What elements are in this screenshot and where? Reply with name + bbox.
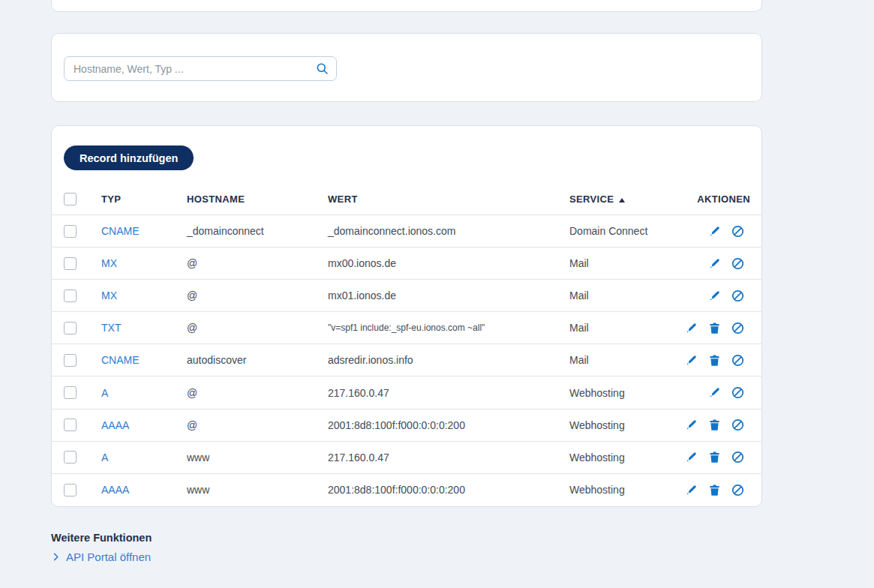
edit-record-button[interactable]	[683, 450, 698, 465]
record-hostname: www	[187, 452, 328, 464]
record-type-link[interactable]: MX	[101, 257, 117, 269]
header-wert[interactable]: WERT	[328, 194, 569, 205]
search-input[interactable]	[64, 56, 337, 81]
record-type-link[interactable]: AAAA	[101, 419, 129, 431]
block-icon-button[interactable]	[730, 256, 745, 271]
trash-icon	[707, 321, 722, 335]
add-record-button[interactable]: Record hinzufügen	[64, 146, 194, 170]
row-checkbox[interactable]	[64, 225, 77, 238]
row-checkbox[interactable]	[64, 386, 77, 399]
block-icon-button[interactable]	[730, 450, 745, 465]
record-value: 217.160.0.47	[328, 387, 569, 399]
record-service: Webhosting	[569, 387, 682, 399]
table-header-row: TYP HOSTNAME WERT SERVICE AKTIONEN	[52, 184, 761, 215]
block-icon	[731, 450, 745, 464]
row-checkbox[interactable]	[64, 290, 77, 302]
search-icon[interactable]	[315, 62, 329, 76]
record-service: Mail	[569, 322, 682, 334]
record-value: adsredir.ionos.info	[328, 354, 569, 366]
record-hostname: _domainconnect	[187, 225, 328, 237]
record-value: mx00.ionos.de	[328, 257, 569, 269]
row-checkbox[interactable]	[64, 484, 77, 496]
record-hostname: @	[187, 290, 328, 302]
table-row: A www 217.160.0.47 Webhosting	[52, 442, 761, 474]
pencil-icon	[684, 353, 698, 368]
record-type-link[interactable]: CNAME	[101, 225, 140, 237]
dns-records-table: TYP HOSTNAME WERT SERVICE AKTIONEN CNAME…	[52, 184, 761, 506]
table-row: TXT @ "v=spf1 include:_spf-eu.ionos.com …	[52, 312, 761, 344]
pencil-icon	[707, 256, 722, 271]
record-hostname: @	[187, 419, 328, 431]
record-hostname: www	[187, 484, 328, 496]
delete-record-button[interactable]	[707, 450, 722, 465]
row-checkbox[interactable]	[64, 451, 77, 464]
pencil-icon	[684, 450, 698, 464]
trash-icon	[707, 450, 722, 464]
delete-record-button[interactable]	[707, 482, 722, 497]
edit-record-button[interactable]	[707, 386, 722, 400]
block-icon	[731, 289, 745, 303]
block-icon	[731, 321, 745, 335]
header-hostname[interactable]: HOSTNAME	[187, 194, 328, 205]
record-service: Domain Connect	[569, 225, 682, 237]
row-checkbox[interactable]	[64, 257, 77, 270]
record-service: Webhosting	[569, 484, 682, 496]
block-icon	[731, 256, 745, 271]
block-icon-button[interactable]	[730, 320, 745, 335]
edit-record-button[interactable]	[683, 320, 698, 335]
record-service: Mail	[569, 257, 682, 269]
chevron-right-icon	[51, 552, 61, 562]
row-checkbox[interactable]	[64, 322, 77, 334]
record-type-link[interactable]: AAAA	[101, 484, 129, 496]
record-type-link[interactable]: A	[101, 387, 108, 399]
delete-record-button[interactable]	[707, 320, 722, 335]
record-hostname: @	[187, 322, 328, 334]
block-icon	[731, 353, 745, 368]
record-type-link[interactable]: A	[101, 452, 108, 464]
trash-icon	[707, 353, 722, 368]
footer-section: Weitere Funktionen API Portal öffnen	[51, 532, 152, 563]
trash-icon	[707, 483, 722, 497]
edit-record-button[interactable]	[683, 482, 698, 497]
trash-icon	[707, 418, 722, 432]
record-type-link[interactable]: CNAME	[101, 354, 140, 366]
row-checkbox[interactable]	[64, 354, 77, 367]
block-icon-button[interactable]	[730, 482, 745, 497]
header-service-label: SERVICE	[569, 194, 614, 205]
dns-records-card: Record hinzufügen TYP HOSTNAME WERT SERV…	[51, 125, 762, 507]
record-service: Webhosting	[569, 419, 682, 431]
header-service[interactable]: SERVICE	[569, 194, 682, 205]
record-type-link[interactable]: TXT	[101, 322, 121, 334]
record-value: _domainconnect.ionos.com	[328, 225, 569, 237]
block-icon-button[interactable]	[730, 418, 745, 433]
block-icon-button[interactable]	[730, 386, 745, 400]
api-portal-link[interactable]: API Portal öffnen	[51, 550, 152, 563]
table-row: AAAA www 2001:8d8:100f:f000:0:0:0:200 We…	[52, 474, 761, 506]
record-value: 217.160.0.47	[328, 452, 569, 464]
table-row: AAAA @ 2001:8d8:100f:f000:0:0:0:200 Webh…	[52, 410, 761, 442]
record-value: mx01.ionos.de	[328, 290, 569, 302]
record-type-link[interactable]: MX	[101, 290, 117, 302]
api-portal-link-label: API Portal öffnen	[66, 550, 151, 563]
table-row: MX @ mx00.ionos.de Mail	[52, 248, 761, 280]
block-icon-button[interactable]	[730, 224, 745, 238]
table-row: CNAME autodiscover adsredir.ionos.info M…	[52, 344, 761, 376]
pencil-icon	[684, 483, 698, 497]
delete-record-button[interactable]	[707, 418, 722, 433]
record-hostname: @	[187, 387, 328, 399]
header-typ[interactable]: TYP	[101, 194, 187, 205]
pencil-icon	[707, 386, 722, 400]
header-aktionen: AKTIONEN	[682, 194, 761, 205]
block-icon-button[interactable]	[730, 352, 745, 368]
edit-record-button[interactable]	[707, 224, 722, 238]
edit-record-button[interactable]	[707, 256, 722, 271]
edit-record-button[interactable]	[707, 288, 722, 303]
delete-record-button[interactable]	[707, 352, 722, 368]
select-all-checkbox[interactable]	[64, 193, 77, 206]
edit-record-button[interactable]	[683, 418, 698, 433]
block-icon-button[interactable]	[730, 288, 745, 303]
row-checkbox[interactable]	[64, 418, 77, 431]
edit-record-button[interactable]	[683, 352, 698, 368]
pencil-icon	[707, 224, 722, 238]
record-hostname: @	[187, 257, 328, 269]
